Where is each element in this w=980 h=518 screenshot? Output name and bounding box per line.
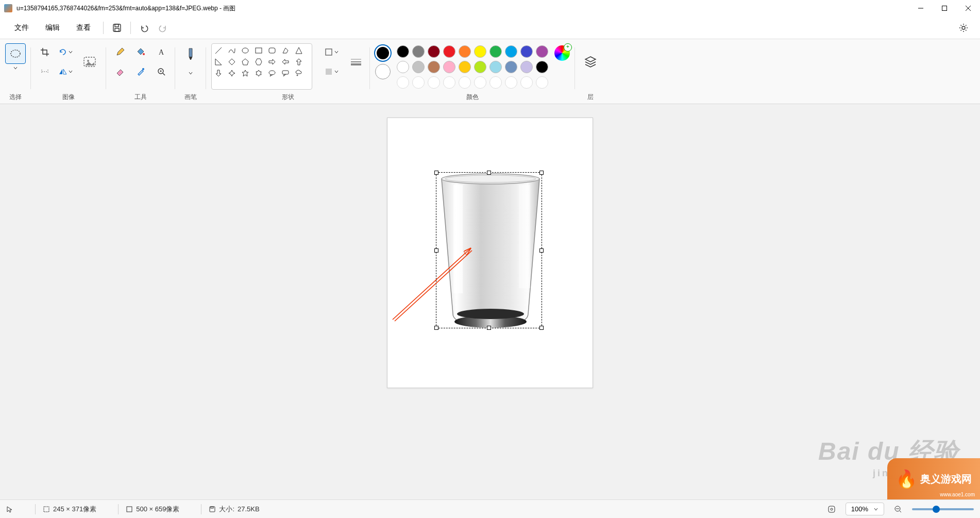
selection-marquee[interactable] — [436, 172, 542, 328]
color-swatch[interactable] — [505, 45, 517, 58]
edit-colors-button[interactable] — [554, 45, 570, 61]
shape-star4-icon[interactable] — [226, 68, 238, 79]
undo-button[interactable] — [135, 19, 154, 37]
resize-tool[interactable] — [36, 63, 54, 80]
shape-pentagon-icon[interactable] — [240, 56, 251, 68]
menu-view[interactable]: 查看 — [68, 20, 99, 36]
canvas[interactable] — [387, 118, 593, 388]
selection-handle[interactable] — [434, 171, 438, 175]
color-swatch[interactable] — [412, 61, 425, 73]
brush-dropdown[interactable] — [180, 69, 201, 77]
color-swatch-empty[interactable] — [474, 76, 486, 89]
pencil-tool[interactable] — [111, 43, 129, 61]
color-swatch-empty[interactable] — [443, 76, 455, 89]
color-swatch[interactable] — [459, 45, 471, 58]
shape-rectangle-icon[interactable] — [253, 45, 264, 56]
menu-file[interactable]: 文件 — [6, 20, 37, 36]
color-swatch[interactable] — [536, 45, 548, 58]
fill-tool[interactable] — [132, 43, 149, 61]
layers-button[interactable] — [580, 43, 601, 80]
shape-callout-cloud-icon[interactable] — [293, 68, 305, 79]
save-button[interactable] — [108, 19, 126, 37]
redo-button[interactable] — [154, 19, 172, 37]
maximize-button[interactable] — [933, 0, 956, 16]
select-dropdown[interactable] — [5, 64, 26, 72]
color-swatch[interactable] — [412, 45, 425, 58]
brush-tool[interactable] — [182, 43, 199, 69]
magnifier-tool[interactable] — [153, 63, 170, 80]
selection-handle[interactable] — [539, 326, 544, 330]
color-picker-tool[interactable] — [132, 63, 149, 80]
secondary-color[interactable] — [375, 64, 391, 79]
shape-arrow-left-icon[interactable] — [280, 56, 291, 68]
color-swatch[interactable] — [520, 61, 533, 73]
color-swatch[interactable] — [489, 61, 502, 73]
color-swatch[interactable] — [520, 45, 533, 58]
color-swatch[interactable] — [489, 45, 502, 58]
color-swatch-empty[interactable] — [428, 76, 440, 89]
color-swatch-empty[interactable] — [536, 76, 548, 89]
zoom-dropdown[interactable]: 100% — [846, 503, 884, 515]
shape-star5-icon[interactable] — [240, 68, 251, 79]
color-swatch[interactable] — [459, 61, 471, 73]
remove-background-tool[interactable] — [78, 43, 101, 80]
color-swatch[interactable] — [428, 61, 440, 73]
shape-line-icon[interactable] — [213, 45, 224, 56]
shape-fill-dropdown[interactable] — [323, 63, 340, 80]
shape-triangle-icon[interactable] — [293, 45, 305, 56]
crop-tool[interactable] — [36, 43, 54, 61]
shape-arrow-up-icon[interactable] — [293, 56, 305, 68]
canvas-area[interactable]: Bai du 经验 jingyan.baidu 🔥 奥义游戏网 www.aoe1… — [0, 104, 980, 499]
color-swatch[interactable] — [428, 45, 440, 58]
color-swatch[interactable] — [505, 61, 517, 73]
color-swatch[interactable] — [443, 45, 455, 58]
selection-handle[interactable] — [434, 248, 438, 253]
select-tool[interactable] — [5, 43, 26, 64]
shape-arrow-down-icon[interactable] — [213, 68, 224, 79]
shape-arrow-right-icon[interactable] — [266, 56, 278, 68]
shape-star6-icon[interactable] — [253, 68, 264, 79]
color-swatch-empty[interactable] — [505, 76, 517, 89]
shapes-panel[interactable] — [211, 43, 312, 90]
stroke-width-dropdown[interactable] — [347, 43, 365, 80]
selection-handle[interactable] — [539, 171, 544, 175]
color-swatch[interactable] — [536, 61, 548, 73]
shape-oval-icon[interactable] — [240, 45, 251, 56]
color-swatch[interactable] — [443, 61, 455, 73]
color-swatch[interactable] — [397, 61, 409, 73]
shape-callout-round-icon[interactable] — [266, 68, 278, 79]
color-swatch-empty[interactable] — [520, 76, 533, 89]
color-swatch[interactable] — [397, 45, 409, 58]
selection-handle[interactable] — [487, 171, 491, 175]
color-swatch[interactable] — [474, 45, 486, 58]
settings-button[interactable] — [954, 19, 973, 37]
menu-edit[interactable]: 编辑 — [37, 20, 68, 36]
shape-outline-dropdown[interactable] — [323, 43, 340, 61]
color-swatch-empty[interactable] — [489, 76, 502, 89]
shape-right-triangle-icon[interactable] — [213, 56, 224, 68]
selection-handle[interactable] — [434, 326, 438, 330]
color-swatch-empty[interactable] — [459, 76, 471, 89]
color-swatch[interactable] — [474, 61, 486, 73]
rotate-tool[interactable] — [57, 43, 74, 61]
color-swatch-empty[interactable] — [397, 76, 409, 89]
eraser-tool[interactable] — [111, 63, 129, 80]
zoom-slider[interactable] — [912, 508, 974, 510]
shape-diamond-icon[interactable] — [226, 56, 238, 68]
zoom-slider-thumb[interactable] — [933, 506, 940, 513]
primary-color[interactable] — [375, 45, 391, 61]
color-swatch-empty[interactable] — [412, 76, 425, 89]
shape-curve-icon[interactable] — [226, 45, 238, 56]
selection-handle[interactable] — [539, 248, 544, 253]
shape-polygon-icon[interactable] — [280, 45, 291, 56]
text-tool[interactable]: A — [153, 43, 170, 61]
zoom-out-button[interactable] — [889, 500, 907, 518]
shape-callout-rect-icon[interactable] — [280, 68, 291, 79]
close-button[interactable] — [956, 0, 980, 16]
shape-rounded-rect-icon[interactable] — [266, 45, 278, 56]
selection-handle[interactable] — [487, 326, 491, 330]
flip-tool[interactable] — [57, 63, 74, 80]
shape-hexagon-icon[interactable] — [253, 56, 264, 68]
fit-screen-button[interactable] — [823, 500, 840, 518]
minimize-button[interactable] — [909, 0, 933, 16]
